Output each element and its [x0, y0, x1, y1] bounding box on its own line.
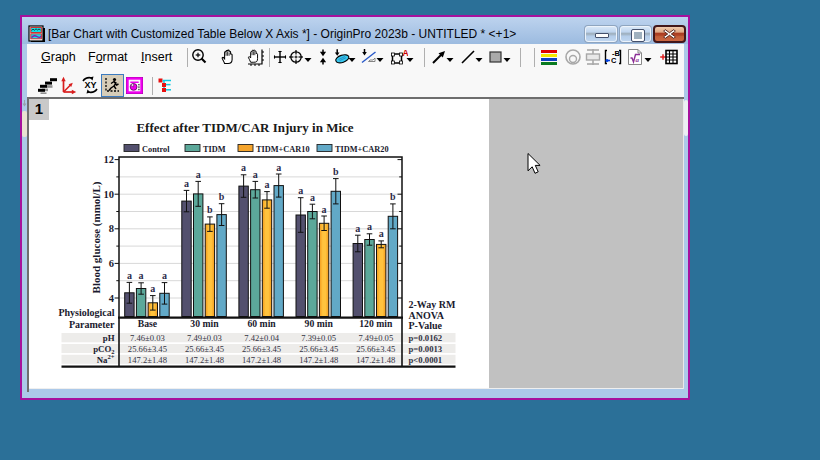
svg-text:8: 8	[109, 223, 114, 234]
svg-text:a: a	[355, 223, 360, 234]
svg-text:4: 4	[109, 293, 115, 304]
svg-text:a: a	[162, 270, 167, 281]
svg-text:p=0.0162: p=0.0162	[409, 333, 443, 343]
svg-text:a: a	[139, 270, 144, 281]
svg-text:a: a	[310, 192, 315, 203]
svg-text:b: b	[390, 191, 396, 202]
svg-text:a: a	[150, 283, 155, 294]
svg-text:TIDM+CAR10: TIDM+CAR10	[256, 145, 310, 154]
svg-text:ANOVA: ANOVA	[409, 310, 445, 321]
svg-text:a: a	[322, 204, 327, 215]
svg-text:147.2±1.48: 147.2±1.48	[185, 355, 224, 365]
svg-text:25.66±3.45: 25.66±3.45	[356, 344, 395, 354]
svg-text:25.66±3.45: 25.66±3.45	[242, 344, 281, 354]
svg-text:a: a	[265, 179, 270, 190]
svg-text:Effect after TIDM/CAR Injury i: Effect after TIDM/CAR Injury in Mice	[136, 120, 353, 135]
svg-text:30 min: 30 min	[190, 318, 219, 329]
svg-text:147.2±1.48: 147.2±1.48	[299, 355, 338, 365]
svg-text:a: a	[127, 270, 132, 281]
svg-text:90 min: 90 min	[305, 318, 334, 329]
svg-text:6: 6	[109, 258, 114, 269]
svg-text:10: 10	[104, 189, 115, 200]
svg-text:2-Way RM: 2-Way RM	[409, 299, 457, 310]
svg-text:Parameter: Parameter	[69, 319, 115, 330]
svg-text:a: a	[636, 56, 640, 64]
svg-text:Physiological: Physiological	[58, 307, 114, 318]
svg-text:60 min: 60 min	[247, 318, 276, 329]
svg-text:TIDM: TIDM	[203, 145, 226, 154]
svg-text:147.2±1.48: 147.2±1.48	[128, 355, 167, 365]
svg-text:b: b	[207, 204, 213, 215]
svg-text:a: a	[379, 228, 384, 239]
svg-text:147.2±1.48: 147.2±1.48	[356, 355, 395, 365]
svg-text:a: a	[196, 169, 201, 180]
svg-text:147.2±1.48: 147.2±1.48	[242, 355, 281, 365]
svg-text:7.49±0.03: 7.49±0.03	[187, 333, 222, 343]
svg-text:a: a	[253, 169, 258, 180]
svg-text:7.49±0.05: 7.49±0.05	[358, 333, 393, 343]
svg-text:C: C	[611, 56, 617, 65]
svg-text:a: a	[276, 162, 281, 173]
svg-text:a: a	[184, 178, 189, 189]
svg-text:25.66±3.45: 25.66±3.45	[128, 344, 167, 354]
svg-text:b: b	[333, 166, 339, 177]
svg-text:a: a	[298, 185, 303, 196]
svg-text:Blood glucose (mmol/L): Blood glucose (mmol/L)	[90, 181, 103, 293]
svg-text:TIDM+CAR20: TIDM+CAR20	[335, 145, 389, 154]
svg-text:XY: XY	[85, 80, 97, 90]
svg-text:7.39±0.05: 7.39±0.05	[301, 333, 336, 343]
svg-text:120 min: 120 min	[359, 318, 393, 329]
svg-text:Control: Control	[142, 145, 170, 154]
svg-text:7.42±0.04: 7.42±0.04	[244, 333, 279, 343]
svg-text:p<0.0001: p<0.0001	[409, 355, 443, 365]
svg-text:b: b	[219, 191, 225, 202]
svg-text:25.66±3.45: 25.66±3.45	[299, 344, 338, 354]
svg-text:25.66±3.45: 25.66±3.45	[185, 344, 224, 354]
svg-text:P-Value: P-Value	[409, 320, 443, 331]
svg-text:Base: Base	[138, 318, 158, 329]
svg-text:pH: pH	[103, 333, 115, 343]
svg-text:a: a	[367, 221, 372, 232]
svg-text:p=0.0013: p=0.0013	[409, 344, 443, 354]
svg-text:a: a	[241, 162, 246, 173]
svg-text:7.46±0.03: 7.46±0.03	[130, 333, 165, 343]
svg-text:12: 12	[104, 154, 115, 165]
